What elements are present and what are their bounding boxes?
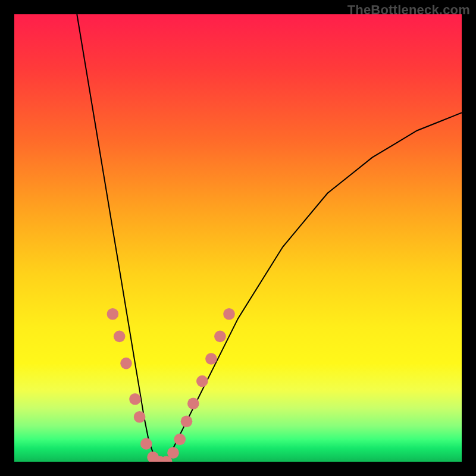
marker-dot xyxy=(134,411,146,423)
marker-dot xyxy=(223,308,235,320)
marker-dot xyxy=(120,358,132,369)
marker-dot xyxy=(187,397,199,409)
marker-dot xyxy=(140,438,152,450)
marker-dot xyxy=(129,393,141,405)
marker-dot xyxy=(174,434,186,446)
chart-plot-area xyxy=(14,14,462,462)
marker-dot xyxy=(167,447,179,459)
marker-dot xyxy=(214,331,226,343)
marker-dot xyxy=(205,353,217,365)
marker-dot xyxy=(196,375,208,387)
marker-group xyxy=(107,308,235,462)
chart-svg xyxy=(14,14,462,462)
watermark-text: TheBottleneck.com xyxy=(347,2,470,18)
marker-dot xyxy=(114,331,126,343)
chart-frame: TheBottleneck.com xyxy=(0,0,476,476)
marker-dot xyxy=(107,308,119,320)
marker-dot xyxy=(181,416,193,428)
